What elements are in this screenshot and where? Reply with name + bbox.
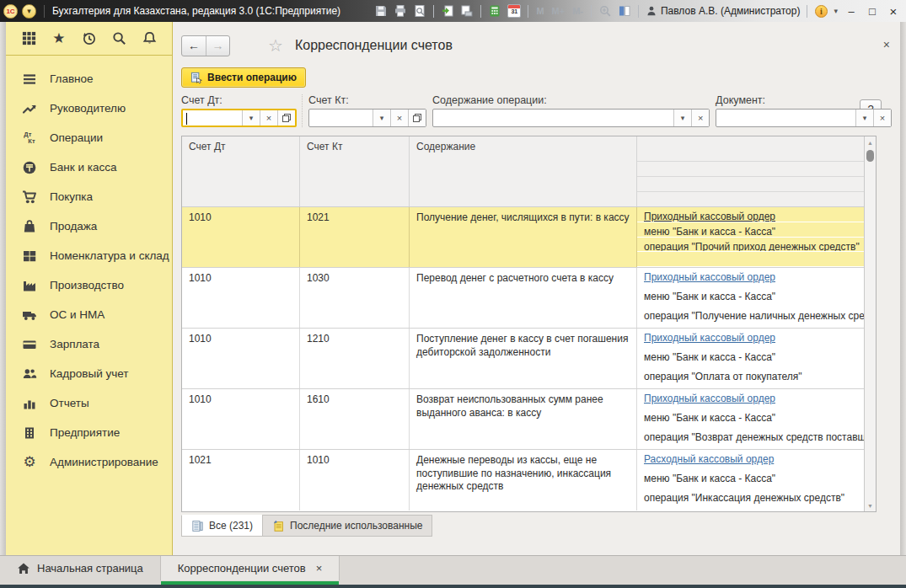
table-row[interactable]: 1010 1610 Возврат неиспользованных сумм … xyxy=(182,389,864,450)
maximize-button[interactable]: □ xyxy=(863,3,882,19)
info-button[interactable]: i xyxy=(812,3,829,19)
magnifier-plus-icon xyxy=(598,4,612,18)
system-menu-button[interactable]: ▾ xyxy=(22,4,36,19)
tab-all[interactable]: Все (231) xyxy=(181,515,263,537)
scroll-down-icon[interactable]: ▼ xyxy=(865,500,876,511)
page-close-button[interactable]: × xyxy=(883,39,890,51)
tab-recent[interactable]: Последние использованные xyxy=(262,515,432,537)
split-window-button[interactable] xyxy=(616,3,633,19)
add-to-favorites-star-icon[interactable]: ☆ xyxy=(268,37,283,54)
sidebar-item-purchase[interactable]: Покупка xyxy=(6,182,172,211)
debit-filter-input[interactable] xyxy=(183,110,242,126)
chevron-down-icon[interactable]: ▾ xyxy=(832,7,839,15)
back-button[interactable]: ← xyxy=(182,36,206,56)
tab-close-button[interactable]: × xyxy=(316,562,323,575)
table-row[interactable]: 1010 1030 Перевод денег с расчетного сче… xyxy=(182,268,864,329)
document-link[interactable]: Приходный кассовый ордер xyxy=(644,211,775,222)
sidebar-item-hr[interactable]: Кадровый учет xyxy=(6,359,172,388)
table-row[interactable]: 1010 1210 Поступление денег в кассу в сч… xyxy=(182,329,864,389)
document-link[interactable]: Приходный кассовый ордер xyxy=(644,393,775,404)
document-link[interactable]: Расходный кассовый ордер xyxy=(644,453,774,465)
notifications-button[interactable] xyxy=(140,29,158,48)
credit-filter-input[interactable] xyxy=(309,110,373,126)
save-file-button[interactable] xyxy=(458,3,475,19)
search-button[interactable] xyxy=(110,29,128,48)
credit-dropdown-button[interactable]: ▾ xyxy=(373,110,390,126)
debit-dropdown-button[interactable]: ▾ xyxy=(242,110,260,126)
memory-recall-button[interactable]: M xyxy=(533,6,546,16)
truck-icon xyxy=(20,307,39,323)
sidebar-item-production[interactable]: Производство xyxy=(6,270,172,300)
content-filter-input[interactable] xyxy=(433,110,673,126)
favorites-button[interactable]: ★ xyxy=(50,29,68,48)
sidebar-item-fixed-assets[interactable]: ОС и НМА xyxy=(6,300,172,329)
document-filter-input[interactable] xyxy=(716,110,855,126)
divider xyxy=(480,5,481,18)
page-title: Корреспонденции счетов xyxy=(295,38,453,53)
sidebar-item-bank-cash[interactable]: Банк и касса xyxy=(6,152,172,182)
sidebar-item-manager[interactable]: Руководителю xyxy=(6,94,172,123)
sidebar-item-reports[interactable]: Отчеты xyxy=(6,388,172,418)
bag-icon xyxy=(20,219,39,234)
document-dropdown-button[interactable]: ▾ xyxy=(855,110,873,126)
print-button[interactable] xyxy=(392,3,409,19)
sidebar-item-administration[interactable]: ⚙ Администрирование xyxy=(6,447,172,477)
window-right-edge xyxy=(900,22,906,555)
print-preview-button[interactable] xyxy=(411,3,428,19)
close-window-button[interactable]: × xyxy=(884,3,903,19)
memory-minus-button[interactable]: M- xyxy=(570,6,586,16)
divider xyxy=(528,5,528,18)
people-icon xyxy=(20,366,39,382)
debit-open-button[interactable] xyxy=(277,110,295,126)
list-view-tabs: Все (231) Последние использованные xyxy=(181,515,892,537)
tab-correspondence[interactable]: Корреспонденции счетов × xyxy=(161,556,340,580)
table-row[interactable]: 1010 1021 Получение денег, числящихся в … xyxy=(182,207,864,268)
vertical-scrollbar[interactable]: ▲ ▼ xyxy=(864,136,876,511)
calculator-button[interactable] xyxy=(486,3,503,19)
sidebar-item-salary[interactable]: Зарплата xyxy=(6,329,172,359)
column-header-debit[interactable]: Счет Дт xyxy=(182,136,300,206)
sidebar-item-enterprise[interactable]: Предприятие xyxy=(6,418,172,447)
titlebar: 1С ▾ Бухгалтерия для Казахстана, редакци… xyxy=(0,0,906,22)
credit-clear-button[interactable]: × xyxy=(390,110,408,126)
document-clear-button[interactable]: × xyxy=(873,110,891,126)
document-link[interactable]: Приходный кассовый ордер xyxy=(644,332,775,344)
history-button[interactable] xyxy=(80,29,99,48)
window-left-edge xyxy=(0,22,6,555)
forward-button[interactable]: → xyxy=(206,36,229,56)
content-clear-button[interactable]: × xyxy=(691,110,709,126)
content-dropdown-button[interactable]: ▾ xyxy=(673,110,691,126)
column-header-document xyxy=(637,136,864,206)
calendar-button[interactable]: 31 xyxy=(506,3,523,19)
debit-credit-icon: ДтКт xyxy=(20,131,39,146)
bar-chart-icon xyxy=(20,396,39,411)
credit-open-button[interactable] xyxy=(408,110,426,126)
scrollbar-thumb[interactable] xyxy=(866,150,874,162)
sidebar-item-nomenclature[interactable]: Номенклатура и склад xyxy=(6,241,172,270)
save-file-icon xyxy=(460,4,474,18)
enter-operation-button[interactable]: Ввести операцию xyxy=(181,67,306,88)
split-window-icon xyxy=(618,4,631,18)
operation-name: операция "Прочий приход денежных средств… xyxy=(637,238,864,253)
zoom-button[interactable] xyxy=(597,3,614,19)
bell-icon xyxy=(142,30,158,46)
minimize-button[interactable]: – xyxy=(842,3,860,19)
sidebar-item-operations[interactable]: ДтКт Операции xyxy=(6,123,172,152)
sidebar-item-main[interactable]: Главное xyxy=(6,64,172,94)
table-row[interactable]: 1021 1010 Денежные переводы из кассы, ещ… xyxy=(182,450,864,510)
text-caret xyxy=(186,113,187,125)
memory-plus-button[interactable]: M+ xyxy=(549,6,568,16)
load-file-button[interactable] xyxy=(439,3,456,19)
column-header-content[interactable]: Содержание xyxy=(410,136,637,206)
document-link[interactable]: Приходный кассовый ордер xyxy=(644,271,775,283)
debit-clear-button[interactable]: × xyxy=(260,110,277,126)
column-header-credit[interactable]: Счет Кт xyxy=(300,136,410,206)
open-windows-bar: Начальная страница Корреспонденции счето… xyxy=(0,555,906,585)
sidebar-item-sales[interactable]: Продажа xyxy=(6,211,172,241)
save-button[interactable] xyxy=(373,3,389,19)
all-functions-button[interactable] xyxy=(19,29,38,48)
tab-home-page[interactable]: Начальная страница xyxy=(0,556,161,580)
menu-icon xyxy=(20,72,39,87)
scroll-up-icon[interactable]: ▲ xyxy=(865,136,876,148)
blocks-icon xyxy=(20,249,39,264)
